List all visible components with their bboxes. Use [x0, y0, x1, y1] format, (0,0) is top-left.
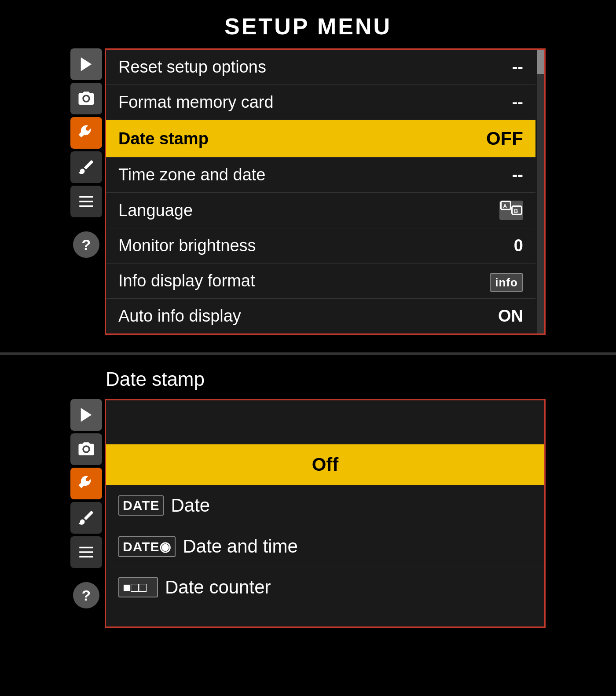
- bottom-help-button[interactable]: ?: [73, 582, 99, 608]
- svg-marker-0: [81, 57, 92, 71]
- counter-badge: ■□□: [118, 577, 158, 597]
- bottom-sidebar-camera-icon[interactable]: [70, 433, 102, 465]
- menu-item-datestamp[interactable]: Date stamp OFF: [106, 120, 535, 158]
- top-menu-list: Reset setup options -- Format memory car…: [106, 50, 544, 333]
- menu-item-brightness[interactable]: Monitor brightness 0: [106, 228, 535, 264]
- menu-item-auto-info-value: ON: [498, 307, 523, 326]
- submenu-item-date-label: Date: [171, 495, 210, 516]
- menu-item-auto-info[interactable]: Auto info display ON: [106, 299, 535, 333]
- sidebar-camera-icon[interactable]: [70, 83, 102, 114]
- menu-item-reset-label: Reset setup options: [118, 58, 266, 77]
- svg-rect-2: [79, 201, 93, 202]
- submenu-empty-space: [106, 400, 544, 444]
- menu-item-info-display[interactable]: Info display format info: [106, 264, 535, 299]
- menu-item-format-label: Format memory card: [118, 93, 274, 112]
- menu-item-language[interactable]: Language A B: [106, 193, 535, 228]
- sidebar-brush-icon[interactable]: [70, 151, 102, 183]
- bottom-sidebar-brush-icon[interactable]: [70, 502, 102, 534]
- menu-item-reset-value: --: [512, 58, 523, 77]
- submenu-item-counter-label: Date counter: [165, 577, 271, 598]
- top-menu-container: ? Reset setup options -- Format memory c…: [70, 48, 546, 335]
- svg-rect-9: [79, 547, 93, 549]
- svg-rect-10: [79, 551, 93, 553]
- page-title: SETUP MENU: [70, 13, 546, 40]
- submenu-item-off[interactable]: Off: [106, 444, 544, 485]
- menu-item-info-display-value: info: [490, 271, 523, 290]
- menu-item-timezone[interactable]: Time zone and date --: [106, 158, 535, 193]
- submenu-list-wrapper: Off DATE Date DATE◉ Date and time ■□□ Da…: [105, 399, 546, 628]
- menu-item-brightness-label: Monitor brightness: [118, 236, 256, 255]
- svg-rect-1: [79, 196, 93, 198]
- menu-item-reset[interactable]: Reset setup options --: [106, 50, 535, 85]
- menu-item-language-label: Language: [118, 201, 193, 220]
- menu-item-datestamp-value: OFF: [486, 128, 523, 149]
- menu-item-language-icon: A B: [499, 201, 523, 220]
- top-sidebar: ?: [70, 48, 102, 335]
- svg-marker-8: [81, 408, 92, 422]
- submenu-item-datetime[interactable]: DATE◉ Date and time: [106, 526, 544, 567]
- top-menu-list-wrapper: Reset setup options -- Format memory car…: [105, 48, 546, 335]
- scrollbar-thumb: [537, 50, 544, 74]
- menu-item-timezone-value: --: [512, 165, 523, 184]
- sidebar-list-icon[interactable]: [70, 186, 102, 217]
- svg-text:B: B: [514, 208, 518, 214]
- scrollbar[interactable]: [537, 50, 544, 333]
- submenu-item-date[interactable]: DATE Date: [106, 485, 544, 526]
- menu-item-format[interactable]: Format memory card --: [106, 85, 535, 120]
- svg-rect-11: [79, 556, 93, 558]
- info-badge: info: [490, 273, 523, 292]
- top-help-button[interactable]: ?: [73, 231, 99, 258]
- language-icon: A B: [499, 201, 523, 220]
- submenu-item-counter[interactable]: ■□□ Date counter: [106, 567, 544, 608]
- submenu-list: Off DATE Date DATE◉ Date and time ■□□ Da…: [106, 444, 544, 608]
- menu-item-datestamp-label: Date stamp: [118, 129, 209, 148]
- date-badge: DATE: [118, 495, 164, 516]
- bottom-sidebar-play-icon[interactable]: [70, 399, 102, 431]
- bottom-sidebar: ?: [70, 399, 102, 628]
- top-panel: SETUP MENU ?: [0, 0, 616, 355]
- bottom-sidebar-list-icon[interactable]: [70, 536, 102, 568]
- menu-item-timezone-label: Time zone and date: [118, 165, 265, 184]
- svg-text:A: A: [503, 203, 507, 209]
- submenu-item-datetime-label: Date and time: [183, 536, 297, 557]
- datetime-badge: DATE◉: [118, 536, 176, 557]
- bottom-panel: Date stamp ?: [0, 355, 616, 650]
- submenu-title: Date stamp: [106, 368, 546, 390]
- sidebar-wrench-icon[interactable]: [70, 117, 102, 149]
- sidebar-play-icon[interactable]: [70, 48, 102, 80]
- svg-rect-3: [79, 205, 93, 207]
- menu-item-info-display-label: Info display format: [118, 271, 255, 290]
- menu-item-format-value: --: [512, 93, 523, 112]
- bottom-menu-container: ? Off DATE Date DATE◉ Date and: [70, 399, 546, 628]
- bottom-sidebar-wrench-icon[interactable]: [70, 468, 102, 499]
- submenu-item-off-label: Off: [118, 454, 532, 475]
- menu-item-auto-info-label: Auto info display: [118, 307, 241, 326]
- menu-item-brightness-value: 0: [514, 236, 523, 255]
